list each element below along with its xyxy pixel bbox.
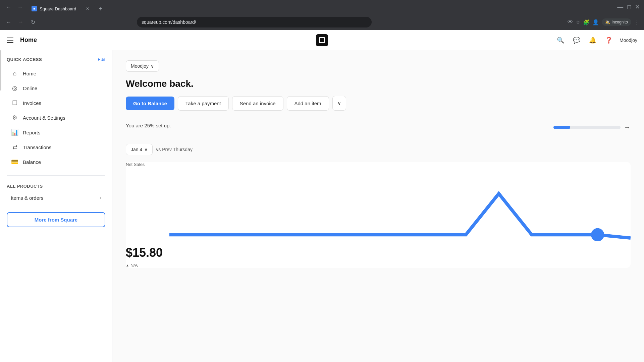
location-selector[interactable]: Moodjoy ∨ bbox=[126, 60, 159, 72]
transactions-icon: ⇄ bbox=[11, 143, 19, 151]
url-input[interactable]: squareup.com/dashboard/ bbox=[137, 17, 372, 27]
send-invoice-button[interactable]: Send an invoice bbox=[232, 96, 283, 111]
tab-close-button[interactable]: ✕ bbox=[85, 6, 91, 12]
more-actions-button[interactable]: ∨ bbox=[332, 96, 346, 111]
settings-icon: ⚙ bbox=[11, 114, 19, 122]
window-back-button[interactable]: ← bbox=[4, 2, 13, 12]
reports-icon: 📊 bbox=[11, 128, 19, 136]
sidebar-item-online-label: Online bbox=[23, 85, 37, 91]
items-orders-row[interactable]: Items & orders › bbox=[7, 191, 105, 204]
hamburger-line bbox=[7, 38, 13, 38]
more-from-square-section: More from Square bbox=[7, 212, 105, 227]
sidebar-item-reports[interactable]: 📊 Reports bbox=[7, 125, 105, 140]
close-window-button[interactable]: ✕ bbox=[635, 3, 640, 11]
progress-arrow-button[interactable]: → bbox=[624, 123, 631, 131]
svg-point-0 bbox=[591, 228, 604, 241]
new-tab-button[interactable]: + bbox=[96, 4, 105, 13]
chat-button[interactable]: 💬 bbox=[571, 35, 582, 46]
tab-title: Square Dashboard bbox=[40, 6, 76, 11]
browser-right-icons: 👁 ☆ 🧩 👤 🕵 Incognito ⋮ bbox=[568, 18, 640, 26]
notifications-button[interactable]: 🔔 bbox=[587, 35, 598, 46]
forward-button[interactable]: → bbox=[16, 17, 25, 27]
take-payment-button[interactable]: Take a payment bbox=[178, 96, 229, 111]
action-buttons: Go to Balance Take a payment Send an inv… bbox=[126, 96, 631, 111]
edit-button[interactable]: Edit bbox=[98, 57, 105, 62]
progress-fill bbox=[553, 126, 570, 129]
browser-window-controls: ← → ■ Square Dashboard ✕ + — □ ✕ bbox=[0, 0, 644, 14]
hamburger-line bbox=[7, 42, 13, 43]
search-button[interactable]: 🔍 bbox=[555, 35, 566, 46]
balance-icon: 💳 bbox=[11, 158, 19, 166]
trend-up-icon: ▲ bbox=[126, 263, 129, 267]
nav-right: 🔍 💬 🔔 ❓ Moodjoy bbox=[555, 35, 637, 46]
sidebar-item-balance-label: Balance bbox=[23, 159, 41, 165]
tab-favicon: ■ bbox=[32, 6, 37, 11]
sidebar-divider bbox=[7, 175, 105, 176]
nav-left: Home bbox=[7, 36, 37, 45]
add-item-button[interactable]: Add an item bbox=[287, 96, 329, 111]
more-actions-chevron-icon: ∨ bbox=[337, 100, 341, 106]
invoices-icon: ☐ bbox=[11, 99, 19, 107]
quick-access-section: Quick access Edit ⌂ Home ◎ Online ☐ Invo… bbox=[0, 50, 112, 173]
back-button[interactable]: ← bbox=[4, 17, 13, 27]
sidebar: Quick access Edit ⌂ Home ◎ Online ☐ Invo… bbox=[0, 50, 112, 362]
url-text: squareup.com/dashboard/ bbox=[142, 19, 196, 25]
chevron-right-icon: › bbox=[100, 195, 101, 201]
profile-icon[interactable]: 👤 bbox=[592, 19, 599, 25]
extension-icon[interactable]: 🧩 bbox=[583, 19, 590, 25]
sidebar-item-home-label: Home bbox=[23, 71, 36, 76]
na-badge: ▲ N/A bbox=[126, 263, 138, 268]
user-name[interactable]: Moodjoy bbox=[620, 38, 637, 43]
setup-progress-row: You are 25% set up. → bbox=[126, 123, 631, 132]
date-selector[interactable]: Jan 4 ∨ bbox=[126, 144, 153, 155]
browser-tab-active[interactable]: ■ Square Dashboard ✕ bbox=[28, 3, 95, 14]
date-label: Jan 4 bbox=[131, 147, 142, 152]
home-icon: ⌂ bbox=[11, 69, 19, 77]
square-logo-inner bbox=[319, 37, 325, 43]
go-to-balance-button[interactable]: Go to Balance bbox=[126, 97, 174, 110]
net-sales-value-container: $15.80 ▲ N/A bbox=[126, 246, 163, 268]
maximize-button[interactable]: □ bbox=[627, 4, 631, 11]
location-chevron-icon: ∨ bbox=[151, 63, 154, 69]
sidebar-item-home[interactable]: ⌂ Home bbox=[7, 66, 105, 81]
square-logo bbox=[316, 34, 328, 46]
help-button[interactable]: ❓ bbox=[603, 35, 614, 46]
quick-access-label: Quick access bbox=[7, 57, 42, 62]
all-products-label: All products bbox=[7, 184, 105, 189]
net-sales-label: Net Sales bbox=[126, 162, 631, 167]
nav-center-logo bbox=[316, 34, 328, 46]
top-nav: Home 🔍 💬 🔔 ❓ Moodjoy bbox=[0, 30, 644, 50]
na-label: N/A bbox=[130, 263, 138, 268]
location-name: Moodjoy bbox=[131, 63, 149, 69]
setup-section: You are 25% set up. → bbox=[126, 123, 631, 132]
online-icon: ◎ bbox=[11, 84, 19, 92]
sidebar-item-account-settings[interactable]: ⚙ Account & Settings bbox=[7, 110, 105, 125]
browser-chrome: ← → ■ Square Dashboard ✕ + — □ ✕ ← → ↻ s… bbox=[0, 0, 644, 30]
menu-dots-icon[interactable]: ⋮ bbox=[634, 18, 640, 26]
refresh-button[interactable]: ↻ bbox=[28, 17, 38, 27]
hamburger-menu-button[interactable] bbox=[7, 36, 16, 45]
minimize-button[interactable]: — bbox=[617, 4, 623, 11]
window-controls: ← → bbox=[4, 2, 25, 12]
sidebar-item-reports-label: Reports bbox=[23, 130, 41, 135]
quick-access-header: Quick access Edit bbox=[7, 57, 105, 62]
progress-bar-container: → bbox=[553, 123, 631, 131]
sidebar-item-invoices[interactable]: ☐ Invoices bbox=[7, 96, 105, 110]
bookmark-star-icon[interactable]: ☆ bbox=[576, 19, 580, 25]
net-sales-value: $15.80 bbox=[126, 246, 163, 260]
scroll-thumb[interactable] bbox=[0, 50, 1, 90]
sidebar-item-online[interactable]: ◎ Online bbox=[7, 81, 105, 96]
sidebar-item-account-settings-label: Account & Settings bbox=[23, 115, 65, 121]
sidebar-item-balance[interactable]: 💳 Balance bbox=[7, 155, 105, 169]
vs-prev-thursday-label: vs Prev Thursday bbox=[156, 147, 193, 152]
more-from-square-button[interactable]: More from Square bbox=[7, 212, 105, 227]
sales-section: Net Sales $15.80 ▲ N/A bbox=[126, 162, 631, 268]
progress-bar bbox=[553, 126, 621, 129]
sales-chart bbox=[169, 169, 631, 268]
items-orders-label: Items & orders bbox=[11, 195, 44, 201]
sidebar-item-transactions[interactable]: ⇄ Transactions bbox=[7, 140, 105, 155]
eye-slash-icon: 👁 bbox=[568, 19, 573, 25]
window-forward-button[interactable]: → bbox=[15, 2, 25, 12]
sidebar-item-transactions-label: Transactions bbox=[23, 144, 51, 150]
welcome-heading: Welcome back. bbox=[126, 78, 631, 89]
